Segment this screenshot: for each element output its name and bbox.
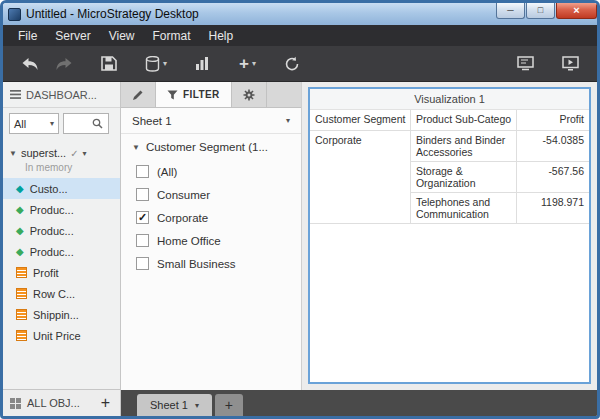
field-item-profit[interactable]: Profit — [3, 262, 120, 283]
sheet-tab-sheet1[interactable]: Sheet 1 ▾ — [137, 394, 212, 416]
menu-server[interactable]: Server — [46, 27, 99, 45]
caret-down-icon[interactable]: ▾ — [83, 149, 87, 158]
insert-visualization-button[interactable] — [189, 51, 217, 76]
panel-tab-strip: FILTER — [121, 82, 301, 108]
field-label: Produc... — [30, 204, 74, 216]
sheet-tab-label: Sheet 1 — [150, 399, 188, 411]
column-header-product-subcategory[interactable]: Product Sub-Catego — [410, 110, 516, 130]
filter-option-list: (All) Consumer Corporate Home Offic — [121, 160, 301, 275]
refresh-icon — [284, 56, 300, 72]
insert-button[interactable]: + ▾ — [233, 52, 262, 76]
checkbox[interactable] — [136, 234, 149, 247]
tab-edit[interactable] — [121, 82, 156, 107]
field-label: Profit — [33, 267, 59, 279]
option-label: Corporate — [157, 212, 208, 224]
expand-collapse-icon[interactable]: ▼ — [132, 143, 140, 152]
field-item-row-count[interactable]: Row C... — [3, 283, 120, 304]
visualization-title: Visualization 1 — [310, 89, 589, 110]
pencil-icon — [132, 89, 144, 101]
database-icon — [145, 56, 160, 72]
checkbox[interactable] — [136, 188, 149, 201]
field-label: Row C... — [33, 288, 75, 300]
caret-down-icon: ▾ — [163, 59, 167, 68]
grid-visualization: Customer Segment Product Sub-Catego Prof… — [310, 110, 589, 224]
object-filter-dropdown[interactable]: All ▾ — [9, 113, 59, 134]
menu-file[interactable]: File — [9, 27, 46, 45]
forward-button[interactable] — [49, 52, 79, 76]
option-label: Small Business — [157, 258, 236, 270]
caret-down-icon: ▾ — [252, 59, 256, 68]
field-label: Produc... — [30, 225, 74, 237]
close-button[interactable]: × — [556, 3, 597, 19]
cell-category: Storage & Organization — [410, 161, 516, 192]
filter-option-home-office[interactable]: Home Office — [121, 229, 301, 252]
grid-row: Corporate Binders and Binder Accessories… — [310, 130, 589, 161]
field-label: Shippin... — [33, 309, 79, 321]
caret-down-icon[interactable]: ▾ — [195, 401, 199, 410]
filter-sheet-selector[interactable]: Sheet 1 ▾ — [121, 108, 301, 134]
refresh-button[interactable] — [278, 51, 306, 77]
field-list: ◆ Custo... ◆ Produc... ◆ Produc... ◆ Pro… — [3, 178, 120, 389]
field-label: Produc... — [30, 246, 74, 258]
menu-view[interactable]: View — [100, 27, 144, 45]
check-icon: ✓ — [70, 148, 78, 159]
add-sheet-button[interactable]: + — [215, 394, 243, 416]
filter-option-consumer[interactable]: Consumer — [121, 183, 301, 206]
search-input[interactable] — [63, 113, 109, 134]
dataset-status: In memory — [3, 161, 120, 178]
checkbox[interactable] — [136, 211, 149, 224]
content-body: FILTER Sheet 1 ▾ ▼ Customer Segment (1..… — [121, 82, 597, 390]
option-label: Consumer — [157, 189, 210, 201]
slideshow-button[interactable] — [511, 51, 540, 76]
expand-collapse-icon[interactable]: ▼ — [9, 149, 17, 158]
field-item-product[interactable]: ◆ Produc... — [3, 241, 120, 262]
back-arrow-icon — [21, 57, 39, 71]
filter-group-label: Customer Segment (1... — [146, 141, 268, 153]
sidebar-header-label: DASHBOAR... — [26, 89, 97, 101]
field-item-shipping[interactable]: Shippin... — [3, 304, 120, 325]
object-filter-value: All — [14, 118, 26, 130]
sidebar-header[interactable]: DASHBOAR... — [3, 82, 120, 108]
filter-group-customer-segment[interactable]: ▼ Customer Segment (1... — [121, 134, 301, 160]
funnel-icon — [167, 90, 178, 100]
maximize-button[interactable]: □ — [526, 3, 555, 19]
all-objects-bar[interactable]: ALL OBJ... + — [3, 389, 120, 416]
field-item-product[interactable]: ◆ Produc... — [3, 199, 120, 220]
visualization-container[interactable]: Visualization 1 Customer Segment Product… — [308, 87, 591, 384]
minimize-button[interactable]: ─ — [496, 3, 525, 19]
column-header-customer-segment[interactable]: Customer Segment — [310, 110, 410, 130]
presentation-button[interactable] — [556, 51, 585, 76]
application-window: Untitled - MicroStrategy Desktop ─ □ × F… — [0, 0, 600, 419]
cell-profit: 1198.971 — [516, 192, 589, 223]
filter-option-corporate[interactable]: Corporate — [121, 206, 301, 229]
dashboards-icon — [10, 90, 21, 99]
save-button[interactable] — [95, 51, 123, 76]
sidebar-search-row: All ▾ — [3, 108, 120, 140]
filter-option-all[interactable]: (All) — [121, 160, 301, 183]
cell-segment: Corporate — [310, 130, 410, 223]
menu-format[interactable]: Format — [143, 27, 199, 45]
field-item-customer-segment[interactable]: ◆ Custo... — [3, 178, 120, 199]
tab-filter[interactable]: FILTER — [156, 82, 232, 107]
title-bar: Untitled - MicroStrategy Desktop ─ □ × — [3, 3, 597, 25]
tab-settings[interactable] — [232, 82, 267, 107]
dataset-node[interactable]: ▼ superst... ✓ ▾ — [3, 140, 120, 161]
field-item-product[interactable]: ◆ Produc... — [3, 220, 120, 241]
save-icon — [101, 56, 117, 71]
field-item-unit-price[interactable]: Unit Price — [3, 325, 120, 346]
back-button[interactable] — [15, 52, 45, 76]
attribute-icon: ◆ — [16, 184, 24, 194]
filter-option-small-business[interactable]: Small Business — [121, 252, 301, 275]
add-dataset-button[interactable]: ▾ — [139, 51, 173, 77]
column-header-profit[interactable]: Profit — [516, 110, 589, 130]
metric-icon — [16, 309, 27, 320]
gear-icon — [243, 89, 255, 101]
cell-profit: -54.0385 — [516, 130, 589, 161]
add-object-button[interactable]: + — [98, 394, 113, 412]
checkbox[interactable] — [136, 165, 149, 178]
tab-filter-label: FILTER — [183, 89, 220, 100]
slideshow-icon — [517, 56, 534, 71]
menu-help[interactable]: Help — [200, 27, 243, 45]
checkbox[interactable] — [136, 257, 149, 270]
option-label: Home Office — [157, 235, 221, 247]
